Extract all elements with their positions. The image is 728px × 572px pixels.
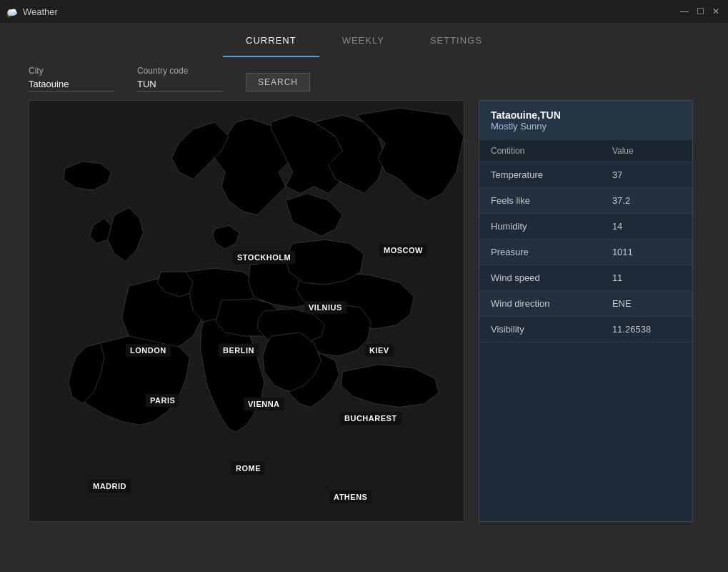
svg-line-7 [8,16,9,17]
weather-value-cell: 11.26538 [601,317,692,342]
search-button[interactable]: SEARCH [246,73,310,92]
weather-condition-cell: Feels like [479,188,601,214]
minimize-button[interactable]: — [678,5,691,18]
tab-weekly[interactable]: WEEKLY [319,23,407,57]
weather-table: Contition Value Temperature37Feels like3… [479,140,692,342]
main-content: STOCKHOLMMOSCOWVILNIUSLONDONBERLINKIEVPA… [0,100,728,522]
searchbar: City Country code SEARCH [0,57,728,100]
col-condition: Contition [479,140,601,162]
app-title: Weather [23,6,58,17]
weather-value-cell: 11 [601,265,692,291]
app-icon [6,5,19,18]
weather-row: Wind directionENE [479,291,692,317]
svg-point-3 [9,14,11,16]
weather-panel: Tataouine,TUN Mostly Sunny Contition Val… [479,100,693,522]
country-field-group: Country code [137,66,223,92]
svg-point-2 [11,9,16,13]
weather-row: Humidity14 [479,214,692,240]
city-input[interactable] [29,77,114,92]
tab-settings[interactable]: SETTINGS [407,23,505,57]
weather-value-cell: 37 [601,162,692,188]
weather-row: Visibility11.26538 [479,317,692,342]
close-button[interactable]: ✕ [709,5,722,18]
weather-condition-cell: Wind direction [479,291,601,317]
svg-line-8 [11,16,11,17]
weather-value-cell: 1011 [601,240,692,265]
weather-header: Tataouine,TUN Mostly Sunny [479,101,692,140]
maximize-button[interactable]: ☐ [694,5,707,18]
country-input[interactable] [137,77,223,92]
weather-condition-cell: Visibility [479,317,601,342]
tab-current[interactable]: CURRENT [223,23,319,57]
weather-row: Preasure1011 [479,240,692,265]
weather-condition-cell: Temperature [479,162,601,188]
map-container: STOCKHOLMMOSCOWVILNIUSLONDONBERLINKIEVPA… [29,100,464,522]
weather-condition-cell: Preasure [479,240,601,265]
weather-condition-cell: Wind speed [479,265,601,291]
titlebar-left: Weather [6,5,58,18]
weather-table-header: Contition Value [479,140,692,162]
weather-tbody: Temperature37Feels like37.2Humidity14Pre… [479,162,692,342]
weather-row: Wind speed11 [479,265,692,291]
city-label: City [29,66,114,76]
weather-condition-cell: Humidity [479,214,601,240]
weather-location: Tataouine,TUN [491,109,681,121]
weather-row: Temperature37 [479,162,692,188]
city-field-group: City [29,66,114,92]
weather-value-cell: ENE [601,291,692,317]
titlebar: Weather — ☐ ✕ [0,0,728,23]
col-value: Value [601,140,692,162]
weather-row: Feels like37.2 [479,188,692,214]
europe-map [29,101,464,521]
nav-tabs: CURRENT WEEKLY SETTINGS [0,23,728,57]
titlebar-controls: — ☐ ✕ [678,5,722,18]
weather-condition: Mostly Sunny [491,121,681,132]
weather-value-cell: 37.2 [601,188,692,214]
weather-value-cell: 14 [601,214,692,240]
country-label: Country code [137,66,223,76]
